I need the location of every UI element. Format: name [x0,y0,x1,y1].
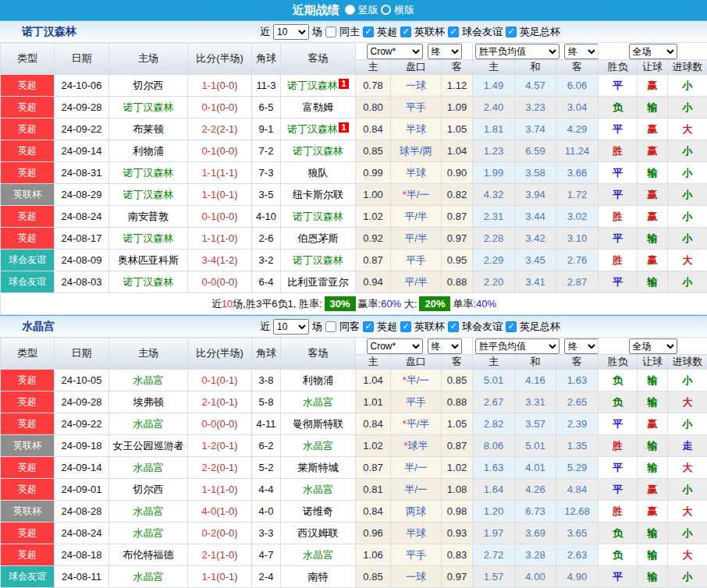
away-team[interactable]: 纽卡斯尔联 [281,184,356,206]
home-team[interactable]: 埃弗顿 [109,391,188,413]
league-checkbox-0[interactable]: ✓ [363,27,374,37]
corner-count: 2-4 [252,566,281,588]
home-team[interactable]: 诺丁汉森林 [109,97,188,119]
league-filter-label: 英足总杯 [519,320,561,334]
match-score[interactable]: 0-1(0-0) [188,97,252,119]
match-score[interactable]: 2-1(1-0) [188,544,252,566]
home-team[interactable]: 水晶宫 [109,457,188,479]
home-team[interactable]: 切尔西 [109,479,188,501]
scope-select[interactable]: 全场 [629,338,677,354]
away-team[interactable]: 诺丁汉森林1 [281,75,356,97]
odds-company-select[interactable]: Crow* [367,44,423,59]
home-team[interactable]: 布莱顿 [109,119,188,140]
odds-time-select[interactable]: 终 [428,44,462,59]
games-count-select[interactable]: 10 [273,319,309,335]
league-checkbox-1[interactable]: ✓ [400,27,411,37]
match-date: 24-09-22 [55,119,109,140]
away-team[interactable]: 南特 [281,566,356,588]
home-team[interactable]: 诺丁汉森林 [109,271,188,293]
home-team[interactable]: 南安普敦 [109,206,188,228]
match-score[interactable]: 0-2(0-0) [188,522,252,544]
home-team[interactable]: 水晶宫 [109,566,188,588]
away-team[interactable]: 曼彻斯特联 [281,413,356,435]
same-venue-checkbox[interactable] [325,27,336,37]
home-team[interactable]: 利物浦 [109,140,188,162]
odds-selects: Crow*终 [356,338,473,355]
mean-type-select[interactable]: 胜平负均值 [475,338,560,354]
mean-home: 1.49 [473,75,515,97]
odds-handicap: 平手 [391,250,442,271]
league-checkbox-1[interactable]: ✓ [400,321,411,332]
league-checkbox-2[interactable]: ✓ [448,27,459,37]
mean-home: 1.64 [473,479,515,501]
away-team[interactable]: 利物浦 [281,370,356,391]
away-team[interactable]: 水晶宫 [281,544,356,566]
corner-count: 6-4 [252,271,281,293]
match-score[interactable]: 4-0(1-0) [188,501,252,522]
match-score[interactable]: 0-1(0-0) [188,206,252,228]
match-score[interactable]: 1-1(1-0) [188,228,252,250]
away-team[interactable]: 西汉姆联 [281,522,356,544]
match-score[interactable]: 0-0(0-0) [188,271,252,293]
home-team[interactable]: 水晶宫 [109,370,188,391]
home-team[interactable]: 女王公园巡游者 [109,435,188,457]
home-team[interactable]: 布伦特福德 [109,544,188,566]
mean-type-select[interactable]: 胜平负均值 [475,44,560,59]
home-team[interactable]: 水晶宫 [109,501,188,522]
away-team[interactable]: 富勒姆 [281,97,356,119]
home-team[interactable]: 诺丁汉森林 [109,162,188,184]
match-score[interactable]: 1-1(0-1) [188,566,252,588]
away-team[interactable]: 莱斯特城 [281,457,356,479]
same-venue-checkbox[interactable] [325,321,336,332]
away-team[interactable]: 诺维奇 [281,501,356,522]
match-score[interactable]: 1-1(1-1) [188,162,252,184]
home-team[interactable]: 奥林匹亚科斯 [109,250,188,271]
away-team[interactable]: 诺丁汉森林1 [281,119,356,140]
away-team[interactable]: 伯恩茅斯 [281,228,356,250]
league-checkbox-3[interactable]: ✓ [506,27,517,37]
home-team[interactable]: 水晶宫 [109,522,188,544]
away-team[interactable]: 比利亚雷亚尔 [281,271,356,293]
odds-handicap: 平手 [391,391,442,413]
match-score[interactable]: 1-1(0-1) [188,184,252,206]
match-score[interactable]: 2-2(0-1) [188,457,252,479]
league-checkbox-2[interactable]: ✓ [448,321,459,332]
home-team[interactable]: 水晶宫 [109,413,188,435]
odds-time-select[interactable]: 终 [428,338,462,354]
near-label: 近 [259,25,271,39]
result-goals: 小 [668,228,707,250]
result-goals: 小 [668,75,707,97]
sub-col-header: 主 [356,60,391,75]
match-score[interactable]: 2-2(2-1) [188,119,252,140]
league-checkbox-3[interactable]: ✓ [506,321,517,332]
match-score[interactable]: 1-1(1-0) [188,479,252,501]
layout-radio-0[interactable]: 竖版 [345,3,378,17]
home-team[interactable]: 诺丁汉森林 [109,184,188,206]
mean-draw: 6.73 [515,501,556,522]
away-team[interactable]: 诺丁汉森林 [281,206,356,228]
match-score[interactable]: 1-2(0-1) [188,435,252,457]
league-checkbox-0[interactable]: ✓ [363,321,374,332]
away-team[interactable]: 诺丁汉森林 [281,140,356,162]
match-score[interactable]: 0-0(0-0) [188,413,252,435]
away-team[interactable]: 水晶宫 [281,479,356,501]
home-team[interactable]: 切尔西 [109,75,188,97]
match-score[interactable]: 3-4(1-2) [188,250,252,271]
odds-company-select[interactable]: Crow* [367,338,423,354]
match-score[interactable]: 0-1(0-0) [188,140,252,162]
match-score[interactable]: 1-1(0-0) [188,75,252,97]
away-team[interactable]: 水晶宫 [281,435,356,457]
away-team[interactable]: 诺丁汉森林 [281,250,356,271]
filter-bar: 近10场同主✓英超✓英联杯✓球会友谊✓英足总杯 [259,21,561,42]
away-team[interactable]: 狼队 [281,162,356,184]
scope-select[interactable]: 全场 [629,44,677,59]
match-score[interactable]: 2-1(0-1) [188,391,252,413]
mean-time-select[interactable]: 终 [564,338,599,354]
mean-time-select[interactable]: 终 [564,44,599,59]
layout-radio-1[interactable]: 横版 [381,3,414,17]
home-team[interactable]: 诺丁汉森林 [109,228,188,250]
games-count-select[interactable]: 10 [273,24,309,40]
away-team[interactable]: 水晶宫 [281,391,356,413]
match-score[interactable]: 0-1(0-1) [188,370,252,391]
mean-home: 2.82 [473,413,515,435]
